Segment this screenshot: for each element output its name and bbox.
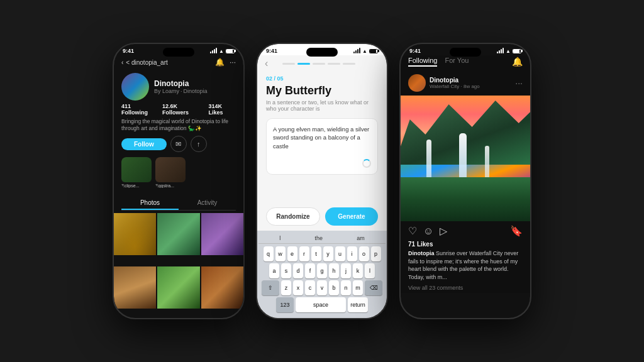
- wifi-icon-3: ▲: [506, 48, 511, 54]
- post-more-icon[interactable]: ···: [515, 78, 523, 88]
- followers-count: 12.6K: [162, 103, 177, 109]
- step-indicator: 02 / 05: [266, 75, 378, 82]
- following-stat: 411 Following: [121, 103, 156, 116]
- share-button[interactable]: ↑: [191, 136, 207, 152]
- likes-count: 71 Likes: [401, 241, 530, 248]
- more-icon[interactable]: ···: [230, 58, 236, 67]
- location-label: Dinotopia: [184, 88, 208, 94]
- by-label: By Loamy: [154, 88, 179, 94]
- key-i[interactable]: i: [347, 246, 357, 261]
- key-g[interactable]: g: [317, 263, 327, 278]
- bell-icon[interactable]: 🔔: [215, 58, 225, 67]
- grid-photo-6[interactable]: [201, 266, 243, 309]
- post-caption: Dinotopia Sunrise over Waterfall City ne…: [401, 248, 530, 283]
- key-shift[interactable]: ⇧: [262, 280, 279, 295]
- grid-photo-2[interactable]: [157, 213, 199, 255]
- action-row: Follow ✉ ↑: [121, 136, 236, 152]
- notch-2: [306, 48, 338, 57]
- kb-row-4: 123 space return: [261, 297, 383, 312]
- message-button[interactable]: ✉: [170, 136, 187, 152]
- signal-icon-2: [353, 48, 360, 53]
- bookmark-icon[interactable]: 🔖: [510, 225, 523, 237]
- key-return[interactable]: return: [348, 297, 368, 312]
- grid-photo-5[interactable]: [157, 266, 199, 309]
- poster-avatar[interactable]: [408, 74, 426, 92]
- grid-photo-4[interactable]: [114, 266, 156, 309]
- back-label[interactable]: < dinotopia_art: [126, 59, 167, 66]
- key-space[interactable]: space: [296, 297, 346, 312]
- key-j[interactable]: j: [341, 263, 351, 278]
- battery-icon-3: [513, 49, 521, 53]
- collection-item-1[interactable]: Eclipse...: [121, 157, 152, 188]
- follow-button[interactable]: Follow: [121, 138, 167, 150]
- key-t[interactable]: t: [311, 246, 321, 261]
- signal-icon: [210, 48, 217, 53]
- key-w[interactable]: w: [275, 246, 286, 261]
- view-comments-link[interactable]: View all 23 comments: [401, 283, 530, 293]
- collection-item-2[interactable]: Eggstra...: [155, 157, 186, 188]
- key-m[interactable]: m: [353, 280, 363, 295]
- key-l[interactable]: l: [365, 263, 375, 278]
- tab-following[interactable]: Following: [408, 57, 437, 67]
- heart-icon[interactable]: ♡: [408, 225, 417, 237]
- character-input[interactable]: A young elven man, wielding a silver swo…: [266, 118, 378, 175]
- poster-meta: Waterfall City · 8w ago: [430, 84, 480, 89]
- suggestion-1[interactable]: l: [279, 235, 280, 241]
- key-o[interactable]: o: [359, 246, 369, 261]
- key-f[interactable]: f: [305, 263, 315, 278]
- key-x[interactable]: x: [293, 280, 303, 295]
- key-s[interactable]: s: [281, 263, 291, 278]
- post-image: [401, 96, 530, 221]
- key-u[interactable]: u: [335, 246, 345, 261]
- share-icon[interactable]: ▷: [440, 225, 447, 237]
- key-v[interactable]: v: [317, 280, 327, 295]
- tab-activity[interactable]: Activity: [179, 197, 236, 210]
- key-y[interactable]: y: [323, 246, 333, 261]
- status-icons-2: ▲: [353, 48, 378, 54]
- key-d[interactable]: d: [293, 263, 303, 278]
- key-q[interactable]: q: [264, 246, 274, 261]
- key-z[interactable]: z: [281, 280, 291, 295]
- likes-count: 314K: [208, 103, 222, 109]
- tab-photos[interactable]: Photos: [121, 197, 179, 210]
- collection-thumb-2: [155, 157, 186, 182]
- randomize-button[interactable]: Randomize: [266, 207, 320, 226]
- dot-2: [297, 63, 310, 65]
- generate-button[interactable]: Generate: [325, 207, 378, 226]
- key-h[interactable]: h: [329, 263, 339, 278]
- phone-3: 9:41 ▲ Following For You 🔔: [399, 43, 531, 319]
- key-e[interactable]: e: [287, 246, 297, 261]
- grid-photo-1[interactable]: [114, 213, 156, 255]
- key-b[interactable]: b: [329, 280, 339, 295]
- notification-bell-icon[interactable]: 🔔: [512, 57, 523, 67]
- notch-3: [450, 48, 481, 57]
- back-button-2[interactable]: ‹: [265, 58, 268, 69]
- key-c[interactable]: c: [305, 280, 315, 295]
- tab-for-you[interactable]: For You: [445, 57, 469, 67]
- key-a[interactable]: a: [269, 263, 279, 278]
- wifi-icon: ▲: [219, 48, 224, 54]
- key-123[interactable]: 123: [276, 297, 294, 312]
- poster-details: Dinotopia Waterfall City · 8w ago: [430, 77, 480, 89]
- comment-icon[interactable]: ☺: [423, 226, 433, 237]
- keyboard-keys: q w e r t y u i o p a s d f g h: [258, 244, 386, 315]
- butterfly-screen: 9:41 ▲ ‹: [257, 44, 387, 318]
- grid-photo-3[interactable]: [201, 213, 243, 255]
- time-1: 9:41: [123, 48, 134, 54]
- status-bar-1: 9:41 ▲: [114, 44, 243, 55]
- status-bar-2: 9:41 ▲: [257, 44, 387, 55]
- suggestion-2[interactable]: the: [314, 235, 323, 241]
- likes-label: Likes: [208, 109, 223, 116]
- dot-1: [282, 63, 295, 65]
- key-k[interactable]: k: [353, 263, 363, 278]
- loading-spinner: [362, 159, 371, 168]
- profile-info: Dinotopia By Loamy · Dinotopia 411 Follo…: [114, 70, 243, 197]
- key-p[interactable]: p: [371, 246, 381, 261]
- waterfall-scene: [401, 96, 530, 221]
- key-backspace[interactable]: ⌫: [365, 280, 382, 295]
- key-r[interactable]: r: [299, 246, 309, 261]
- back-section[interactable]: ‹ < dinotopia_art: [121, 59, 168, 66]
- key-n[interactable]: n: [341, 280, 351, 295]
- dot-sep: ·: [180, 88, 182, 94]
- suggestion-3[interactable]: am: [357, 235, 365, 241]
